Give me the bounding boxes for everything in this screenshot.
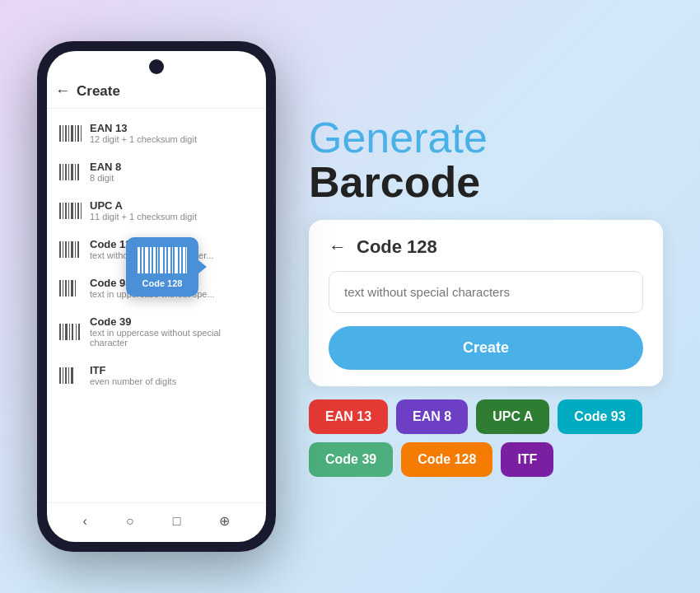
chip-code128[interactable]: Code 128: [401, 442, 492, 477]
svg-rect-1: [63, 125, 63, 142]
nav-back-button[interactable]: ‹: [83, 514, 87, 529]
list-item[interactable]: EAN 13 12 digit + 1 checksum digit: [47, 114, 266, 152]
svg-rect-41: [76, 324, 77, 340]
chip-itf[interactable]: ITF: [501, 442, 553, 477]
barcode-icon: [58, 124, 82, 142]
barcode-icon: [58, 240, 82, 259]
svg-rect-54: [160, 247, 163, 273]
tooltip-label: Code 128: [142, 278, 183, 288]
svg-rect-5: [75, 125, 76, 142]
barcode-icon: [58, 279, 82, 297]
barcode-icon: [58, 323, 82, 341]
code128-card-title: Code 128: [357, 236, 437, 258]
svg-rect-20: [75, 203, 76, 219]
svg-rect-12: [71, 164, 73, 180]
svg-rect-19: [71, 203, 73, 219]
svg-rect-25: [65, 241, 67, 258]
chip-ean13[interactable]: EAN 13: [309, 399, 388, 434]
barcode-text-input[interactable]: [329, 271, 643, 313]
phone-title: Create: [77, 83, 120, 100]
list-item[interactable]: Code 39 text in uppercase without specia…: [47, 307, 266, 356]
svg-rect-17: [65, 203, 67, 219]
svg-rect-9: [63, 164, 63, 180]
tooltip-arrow: [198, 260, 207, 273]
item-name: ITF: [90, 364, 176, 376]
item-name: EAN 13: [90, 122, 197, 134]
svg-rect-3: [68, 125, 69, 142]
svg-rect-48: [138, 247, 140, 273]
svg-rect-61: [186, 247, 187, 273]
list-item[interactable]: EAN 8 8 digit: [47, 152, 266, 191]
svg-rect-11: [68, 164, 69, 180]
svg-rect-53: [157, 247, 158, 273]
svg-rect-36: [59, 324, 61, 340]
svg-rect-33: [68, 280, 69, 296]
svg-rect-45: [65, 367, 67, 384]
svg-rect-13: [75, 164, 76, 180]
nav-recent-button[interactable]: □: [173, 514, 181, 529]
svg-rect-26: [68, 241, 69, 258]
svg-rect-56: [168, 247, 170, 273]
svg-rect-59: [180, 247, 181, 273]
svg-rect-38: [65, 324, 68, 340]
chip-upca[interactable]: UPC A: [476, 399, 549, 434]
svg-rect-49: [142, 247, 143, 273]
svg-rect-10: [65, 164, 67, 180]
phone-notch: [149, 59, 164, 74]
code128-header: ← Code 128: [329, 236, 643, 258]
svg-rect-42: [78, 324, 80, 340]
chips-container: EAN 13 EAN 8 UPC A Code 93 Code 39 Code …: [309, 399, 663, 477]
item-desc: 12 digit + 1 checksum digit: [90, 134, 197, 144]
right-panel: Generate Barcode ← Code 128 Create EAN 1…: [309, 116, 663, 476]
list-item[interactable]: UPC A 11 digit + 1 checksum digit: [47, 191, 266, 230]
list-item[interactable]: ITF even number of digits: [47, 356, 266, 395]
phone-nav: ‹ ○ □ ⊕: [47, 502, 266, 542]
svg-rect-22: [81, 203, 82, 219]
svg-rect-51: [150, 247, 152, 273]
svg-rect-21: [77, 203, 79, 219]
back-arrow-icon[interactable]: ←: [329, 236, 347, 258]
svg-rect-35: [75, 280, 76, 296]
phone-list: EAN 13 12 digit + 1 checksum digit: [47, 109, 266, 502]
nav-home-button[interactable]: ○: [126, 514, 134, 529]
barcode-icon: [58, 163, 82, 181]
svg-rect-14: [77, 164, 79, 180]
item-name: UPC A: [90, 199, 197, 212]
svg-rect-32: [65, 280, 67, 296]
code128-card: ← Code 128 Create: [309, 220, 663, 386]
svg-rect-37: [63, 324, 63, 340]
phone: ← Create: [37, 41, 276, 552]
barcode-icon: [58, 202, 82, 220]
svg-rect-44: [63, 367, 63, 384]
svg-rect-18: [68, 203, 69, 219]
phone-screen: ← Create: [47, 51, 266, 542]
item-desc: 11 digit + 1 checksum digit: [90, 212, 197, 222]
svg-rect-27: [71, 241, 73, 258]
svg-rect-52: [153, 247, 156, 273]
item-desc: even number of digits: [90, 376, 176, 386]
item-text: ITF even number of digits: [90, 364, 176, 386]
svg-rect-16: [63, 203, 63, 219]
item-text: UPC A 11 digit + 1 checksum digit: [90, 199, 197, 222]
svg-rect-29: [77, 241, 79, 258]
page-heading: Generate Barcode: [309, 116, 663, 206]
svg-rect-8: [59, 164, 61, 180]
create-button[interactable]: Create: [329, 326, 643, 370]
item-name: EAN 8: [90, 161, 121, 173]
svg-rect-39: [69, 324, 70, 340]
phone-back-icon[interactable]: ←: [55, 82, 70, 100]
page-container: ← Create: [0, 0, 700, 593]
svg-rect-31: [63, 280, 63, 296]
svg-rect-58: [175, 247, 178, 273]
svg-rect-55: [165, 247, 166, 273]
svg-rect-40: [72, 324, 73, 340]
chip-ean8[interactable]: EAN 8: [396, 399, 468, 434]
chip-code93[interactable]: Code 93: [558, 399, 642, 434]
tooltip-popup: Code 128: [126, 237, 198, 296]
barcode-label: Barcode: [309, 159, 663, 206]
nav-menu-button[interactable]: ⊕: [219, 513, 230, 529]
item-text: Code 39 text in uppercase without specia…: [90, 315, 254, 348]
phone-wrapper: ← Create: [37, 41, 276, 552]
chip-code39[interactable]: Code 39: [309, 442, 393, 477]
item-name: Code 39: [90, 315, 254, 328]
